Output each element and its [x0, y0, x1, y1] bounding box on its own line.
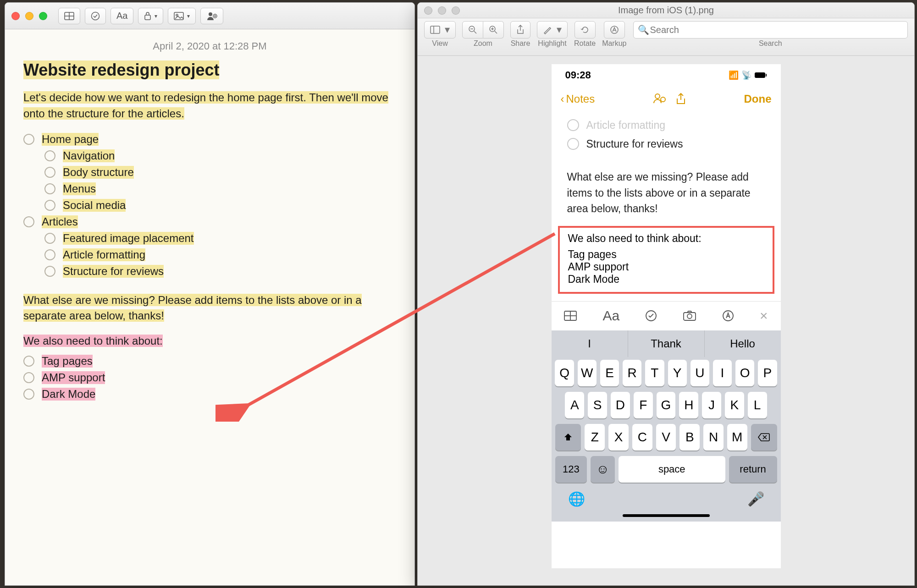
text-format-button[interactable]: Aa [602, 308, 619, 324]
key-n[interactable]: N [703, 424, 724, 451]
note-content-area[interactable]: April 2, 2020 at 12:28 PM Website redesi… [5, 29, 414, 585]
cellular-icon: 📶 [729, 70, 739, 80]
checklist-item[interactable]: Structure for reviews [23, 263, 396, 280]
camera-icon[interactable] [683, 310, 696, 321]
checkbox-icon[interactable] [23, 356, 34, 367]
suggestion[interactable]: I [552, 330, 628, 357]
minimize-window-button[interactable] [438, 6, 446, 15]
text-format-button[interactable]: Aa [110, 8, 133, 24]
key-r[interactable]: R [623, 360, 641, 386]
checklist-item[interactable]: Body structure [23, 164, 396, 181]
checkbox-icon[interactable] [44, 183, 55, 194]
view-button[interactable]: ▾ [424, 21, 456, 38]
checkbox-icon[interactable] [23, 389, 34, 400]
key-q[interactable]: Q [555, 360, 574, 386]
key-v[interactable]: V [656, 424, 676, 451]
key-w[interactable]: W [578, 360, 597, 386]
window-traffic-lights [11, 12, 47, 20]
checkbox-icon[interactable] [44, 266, 55, 277]
collaborate-icon[interactable] [653, 93, 666, 104]
checklist-item[interactable]: Article formatting [23, 247, 396, 263]
checkbox-icon[interactable] [23, 372, 34, 383]
key-y[interactable]: Y [668, 360, 687, 386]
checklist-item[interactable]: AMP support [23, 369, 396, 386]
key-l[interactable]: L [748, 392, 767, 418]
key-f[interactable]: F [634, 392, 653, 418]
checklist-item[interactable]: Menus [23, 181, 396, 197]
table-icon[interactable] [564, 311, 577, 321]
key-e[interactable]: E [600, 360, 619, 386]
globe-icon[interactable]: 🌐 [568, 491, 585, 507]
svg-point-6 [176, 14, 178, 16]
key-k[interactable]: K [725, 392, 744, 418]
checkbox-icon[interactable] [44, 233, 55, 244]
checklist-item[interactable]: Articles [23, 214, 396, 230]
chevron-down-icon: ▾ [155, 13, 157, 19]
zoom-in-button[interactable] [483, 21, 504, 38]
checklist-item[interactable]: Dark Mode [23, 386, 396, 402]
markup-button[interactable] [604, 21, 625, 38]
key-t[interactable]: T [645, 360, 664, 386]
checklist-item[interactable]: Featured image placement [23, 230, 396, 247]
rotate-button[interactable] [575, 21, 596, 38]
back-to-notes-button[interactable]: ‹Notes [561, 93, 595, 105]
checklist-item[interactable]: Social media [23, 197, 396, 214]
key-i[interactable]: I [713, 360, 732, 386]
close-toolbar-button[interactable]: × [760, 308, 768, 324]
key-d[interactable]: D [611, 392, 630, 418]
key-u[interactable]: U [691, 360, 709, 386]
lock-button[interactable]: ▾ [138, 8, 163, 24]
mic-icon[interactable]: 🎤 [747, 491, 764, 507]
checklist-button[interactable] [85, 8, 106, 24]
share-button[interactable] [510, 21, 530, 38]
note-checklist: Home page Navigation Body structure Menu… [23, 131, 396, 280]
minimize-window-button[interactable] [25, 12, 33, 20]
checklist-item[interactable]: Tag pages [23, 353, 396, 369]
rotate-icon [580, 25, 590, 34]
space-key[interactable]: space [619, 456, 725, 483]
search-input[interactable] [633, 21, 908, 38]
checkbox-icon[interactable] [23, 134, 34, 145]
fullscreen-window-button[interactable] [39, 12, 47, 20]
checkbox-icon[interactable] [44, 200, 55, 211]
zoom-out-button[interactable] [462, 21, 483, 38]
return-key[interactable]: return [729, 456, 777, 483]
markup-icon[interactable] [722, 310, 734, 322]
key-p[interactable]: P [758, 360, 777, 386]
phone-note-content: Article formatting Structure for reviews… [552, 112, 781, 220]
key-s[interactable]: S [588, 392, 607, 418]
checkbox-icon[interactable] [44, 167, 55, 178]
key-h[interactable]: H [679, 392, 698, 418]
close-window-button[interactable] [424, 6, 432, 15]
emoji-key[interactable]: ☺ [591, 456, 614, 483]
highlight-button[interactable]: ▾ [537, 21, 568, 38]
key-m[interactable]: M [727, 424, 747, 451]
checkbox-icon[interactable] [44, 249, 55, 260]
backspace-key[interactable] [751, 424, 777, 451]
key-a[interactable]: A [565, 392, 584, 418]
checkbox-icon[interactable] [44, 150, 55, 161]
numeric-key[interactable]: 123 [555, 456, 587, 483]
checkbox-icon[interactable] [23, 216, 34, 227]
suggestion[interactable]: Thank [628, 330, 705, 357]
suggestion[interactable]: Hello [705, 330, 781, 357]
fullscreen-window-button[interactable] [452, 6, 460, 15]
media-button[interactable]: ▾ [168, 8, 196, 24]
key-z[interactable]: Z [585, 424, 605, 451]
key-g[interactable]: G [657, 392, 676, 418]
key-x[interactable]: X [608, 424, 629, 451]
key-j[interactable]: J [702, 392, 721, 418]
checkmark-circle-icon[interactable] [645, 310, 657, 322]
share-icon[interactable] [676, 93, 686, 105]
key-c[interactable]: C [632, 424, 652, 451]
checklist-item[interactable]: Home page [23, 131, 396, 148]
done-button[interactable]: Done [744, 93, 771, 105]
home-indicator[interactable] [623, 514, 710, 517]
key-o[interactable]: O [735, 360, 754, 386]
collaborate-button[interactable] [200, 8, 223, 24]
checklist-item[interactable]: Navigation [23, 148, 396, 164]
shift-key[interactable] [555, 424, 581, 451]
list-view-button[interactable] [58, 8, 80, 24]
close-window-button[interactable] [11, 12, 20, 20]
key-b[interactable]: B [679, 424, 700, 451]
